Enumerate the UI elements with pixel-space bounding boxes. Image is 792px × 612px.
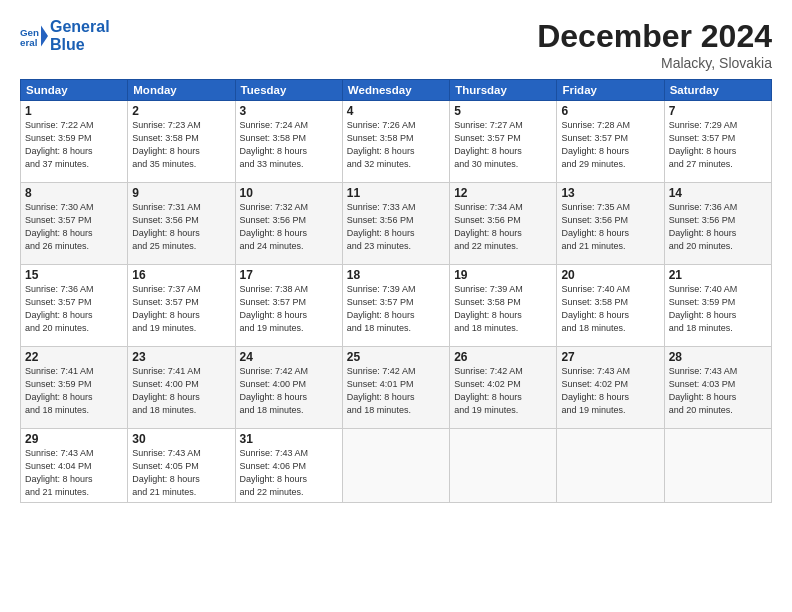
logo-icon: Gen eral xyxy=(20,22,48,50)
dow-friday: Friday xyxy=(557,80,664,101)
day-cell: 21Sunrise: 7:40 AMSunset: 3:59 PMDayligh… xyxy=(664,265,771,347)
day-number: 31 xyxy=(240,432,338,446)
day-number: 30 xyxy=(132,432,230,446)
day-number: 23 xyxy=(132,350,230,364)
day-info: Sunrise: 7:31 AMSunset: 3:56 PMDaylight:… xyxy=(132,201,230,253)
day-info: Sunrise: 7:41 AMSunset: 3:59 PMDaylight:… xyxy=(25,365,123,417)
day-cell: 24Sunrise: 7:42 AMSunset: 4:00 PMDayligh… xyxy=(235,347,342,429)
day-info: Sunrise: 7:42 AMSunset: 4:00 PMDaylight:… xyxy=(240,365,338,417)
day-info: Sunrise: 7:36 AMSunset: 3:56 PMDaylight:… xyxy=(669,201,767,253)
day-info: Sunrise: 7:22 AMSunset: 3:59 PMDaylight:… xyxy=(25,119,123,171)
day-cell: 31Sunrise: 7:43 AMSunset: 4:06 PMDayligh… xyxy=(235,429,342,503)
day-cell: 14Sunrise: 7:36 AMSunset: 3:56 PMDayligh… xyxy=(664,183,771,265)
day-cell: 4Sunrise: 7:26 AMSunset: 3:58 PMDaylight… xyxy=(342,101,449,183)
day-cell: 10Sunrise: 7:32 AMSunset: 3:56 PMDayligh… xyxy=(235,183,342,265)
day-info: Sunrise: 7:42 AMSunset: 4:02 PMDaylight:… xyxy=(454,365,552,417)
dow-sunday: Sunday xyxy=(21,80,128,101)
day-info: Sunrise: 7:39 AMSunset: 3:57 PMDaylight:… xyxy=(347,283,445,335)
day-info: Sunrise: 7:38 AMSunset: 3:57 PMDaylight:… xyxy=(240,283,338,335)
logo-text-line1: General xyxy=(50,18,110,36)
day-info: Sunrise: 7:30 AMSunset: 3:57 PMDaylight:… xyxy=(25,201,123,253)
day-cell: 18Sunrise: 7:39 AMSunset: 3:57 PMDayligh… xyxy=(342,265,449,347)
day-cell: 26Sunrise: 7:42 AMSunset: 4:02 PMDayligh… xyxy=(450,347,557,429)
day-cell: 6Sunrise: 7:28 AMSunset: 3:57 PMDaylight… xyxy=(557,101,664,183)
day-cell xyxy=(557,429,664,503)
day-number: 5 xyxy=(454,104,552,118)
day-info: Sunrise: 7:43 AMSunset: 4:03 PMDaylight:… xyxy=(669,365,767,417)
day-number: 1 xyxy=(25,104,123,118)
day-number: 16 xyxy=(132,268,230,282)
svg-marker-2 xyxy=(41,25,48,46)
week-row-5: 29Sunrise: 7:43 AMSunset: 4:04 PMDayligh… xyxy=(21,429,772,503)
day-cell: 8Sunrise: 7:30 AMSunset: 3:57 PMDaylight… xyxy=(21,183,128,265)
dow-tuesday: Tuesday xyxy=(235,80,342,101)
day-number: 20 xyxy=(561,268,659,282)
day-cell: 3Sunrise: 7:24 AMSunset: 3:58 PMDaylight… xyxy=(235,101,342,183)
day-number: 6 xyxy=(561,104,659,118)
day-number: 22 xyxy=(25,350,123,364)
day-info: Sunrise: 7:27 AMSunset: 3:57 PMDaylight:… xyxy=(454,119,552,171)
day-number: 26 xyxy=(454,350,552,364)
day-number: 12 xyxy=(454,186,552,200)
day-cell: 30Sunrise: 7:43 AMSunset: 4:05 PMDayligh… xyxy=(128,429,235,503)
month-title: December 2024 xyxy=(537,18,772,55)
day-info: Sunrise: 7:24 AMSunset: 3:58 PMDaylight:… xyxy=(240,119,338,171)
day-number: 19 xyxy=(454,268,552,282)
day-info: Sunrise: 7:34 AMSunset: 3:56 PMDaylight:… xyxy=(454,201,552,253)
dow-thursday: Thursday xyxy=(450,80,557,101)
day-cell xyxy=(664,429,771,503)
day-info: Sunrise: 7:26 AMSunset: 3:58 PMDaylight:… xyxy=(347,119,445,171)
day-number: 29 xyxy=(25,432,123,446)
svg-text:eral: eral xyxy=(20,36,38,47)
day-cell: 20Sunrise: 7:40 AMSunset: 3:58 PMDayligh… xyxy=(557,265,664,347)
day-number: 25 xyxy=(347,350,445,364)
day-number: 9 xyxy=(132,186,230,200)
day-number: 13 xyxy=(561,186,659,200)
days-of-week-row: SundayMondayTuesdayWednesdayThursdayFrid… xyxy=(21,80,772,101)
logo: Gen eral General Blue xyxy=(20,18,110,53)
dow-saturday: Saturday xyxy=(664,80,771,101)
day-number: 15 xyxy=(25,268,123,282)
day-number: 4 xyxy=(347,104,445,118)
page-header: Gen eral General Blue December 2024 Mala… xyxy=(20,18,772,71)
logo-text-line2: Blue xyxy=(50,36,110,54)
day-info: Sunrise: 7:39 AMSunset: 3:58 PMDaylight:… xyxy=(454,283,552,335)
day-number: 27 xyxy=(561,350,659,364)
day-number: 3 xyxy=(240,104,338,118)
day-number: 28 xyxy=(669,350,767,364)
day-cell: 29Sunrise: 7:43 AMSunset: 4:04 PMDayligh… xyxy=(21,429,128,503)
day-cell: 13Sunrise: 7:35 AMSunset: 3:56 PMDayligh… xyxy=(557,183,664,265)
dow-wednesday: Wednesday xyxy=(342,80,449,101)
day-cell: 16Sunrise: 7:37 AMSunset: 3:57 PMDayligh… xyxy=(128,265,235,347)
day-cell: 19Sunrise: 7:39 AMSunset: 3:58 PMDayligh… xyxy=(450,265,557,347)
day-info: Sunrise: 7:41 AMSunset: 4:00 PMDaylight:… xyxy=(132,365,230,417)
day-info: Sunrise: 7:29 AMSunset: 3:57 PMDaylight:… xyxy=(669,119,767,171)
day-number: 2 xyxy=(132,104,230,118)
day-cell xyxy=(342,429,449,503)
day-info: Sunrise: 7:33 AMSunset: 3:56 PMDaylight:… xyxy=(347,201,445,253)
day-number: 7 xyxy=(669,104,767,118)
day-number: 17 xyxy=(240,268,338,282)
day-info: Sunrise: 7:36 AMSunset: 3:57 PMDaylight:… xyxy=(25,283,123,335)
week-row-3: 15Sunrise: 7:36 AMSunset: 3:57 PMDayligh… xyxy=(21,265,772,347)
day-number: 8 xyxy=(25,186,123,200)
day-cell: 9Sunrise: 7:31 AMSunset: 3:56 PMDaylight… xyxy=(128,183,235,265)
day-cell: 2Sunrise: 7:23 AMSunset: 3:58 PMDaylight… xyxy=(128,101,235,183)
day-info: Sunrise: 7:28 AMSunset: 3:57 PMDaylight:… xyxy=(561,119,659,171)
day-cell: 17Sunrise: 7:38 AMSunset: 3:57 PMDayligh… xyxy=(235,265,342,347)
day-info: Sunrise: 7:35 AMSunset: 3:56 PMDaylight:… xyxy=(561,201,659,253)
day-info: Sunrise: 7:42 AMSunset: 4:01 PMDaylight:… xyxy=(347,365,445,417)
day-cell: 28Sunrise: 7:43 AMSunset: 4:03 PMDayligh… xyxy=(664,347,771,429)
day-info: Sunrise: 7:43 AMSunset: 4:06 PMDaylight:… xyxy=(240,447,338,499)
day-cell xyxy=(450,429,557,503)
week-row-1: 1Sunrise: 7:22 AMSunset: 3:59 PMDaylight… xyxy=(21,101,772,183)
location: Malacky, Slovakia xyxy=(537,55,772,71)
day-info: Sunrise: 7:43 AMSunset: 4:05 PMDaylight:… xyxy=(132,447,230,499)
day-info: Sunrise: 7:23 AMSunset: 3:58 PMDaylight:… xyxy=(132,119,230,171)
day-cell: 5Sunrise: 7:27 AMSunset: 3:57 PMDaylight… xyxy=(450,101,557,183)
week-row-2: 8Sunrise: 7:30 AMSunset: 3:57 PMDaylight… xyxy=(21,183,772,265)
day-cell: 11Sunrise: 7:33 AMSunset: 3:56 PMDayligh… xyxy=(342,183,449,265)
calendar: SundayMondayTuesdayWednesdayThursdayFrid… xyxy=(20,79,772,503)
day-cell: 22Sunrise: 7:41 AMSunset: 3:59 PMDayligh… xyxy=(21,347,128,429)
day-number: 18 xyxy=(347,268,445,282)
